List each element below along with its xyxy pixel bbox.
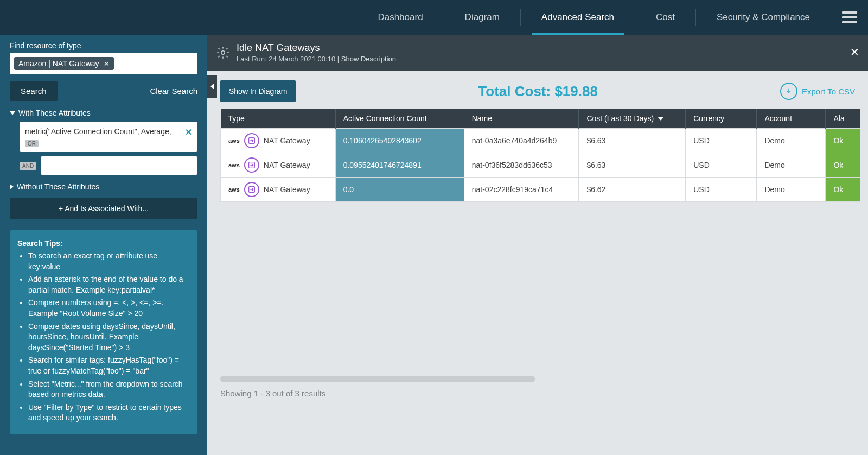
hamburger-menu-icon[interactable]: [842, 11, 857, 23]
nav-tabs: Dashboard Diagram Advanced Search Cost S…: [357, 0, 831, 35]
without-attributes-label: Without These Attributes: [17, 182, 99, 191]
tab-diagram[interactable]: Diagram: [444, 0, 520, 35]
table-row[interactable]: aws NAT Gateway 0.0 nat-02c228fc919ca71c…: [221, 178, 860, 202]
total-cost-label: Total Cost:: [478, 83, 554, 99]
cell-alarm: Ok: [826, 129, 860, 153]
cell-cost: $6.63: [579, 129, 686, 153]
cell-connection-count: 0.0: [335, 178, 464, 202]
col-header-connection-count[interactable]: Active Connection Count: [335, 109, 464, 129]
associated-with-button[interactable]: + And Is Associated With...: [10, 198, 197, 219]
col-header-currency[interactable]: Currency: [686, 109, 757, 129]
cell-type: aws NAT Gateway: [221, 153, 336, 178]
attribute-expression-text: metric("Active Connection Count", Averag…: [25, 127, 192, 136]
cell-cost: $6.63: [579, 153, 686, 178]
results-count: Showing 1 - 3 out of 3 results: [207, 382, 868, 398]
cell-cost: $6.62: [579, 178, 686, 202]
cell-type: aws NAT Gateway: [221, 129, 336, 153]
top-nav: Dashboard Diagram Advanced Search Cost S…: [0, 0, 868, 35]
col-header-alarm[interactable]: Ala: [826, 109, 860, 129]
cell-type-text: NAT Gateway: [264, 185, 310, 194]
clear-search-link[interactable]: Clear Search: [150, 86, 197, 96]
separator: |: [335, 55, 341, 63]
search-tip: Compare numbers using =, <, >, <=, >=. E…: [28, 298, 190, 319]
aws-provider-icon: aws: [228, 137, 240, 144]
search-tip: Select "Metric..." from the dropdown to …: [28, 379, 190, 400]
cell-type-text: NAT Gateway: [264, 161, 310, 169]
search-tips-title: Search Tips:: [17, 239, 190, 248]
cell-connection-count: 0.09552401746724891: [335, 153, 464, 178]
attribute-expression-box[interactable]: metric("Active Connection Count", Averag…: [20, 122, 197, 152]
search-button[interactable]: Search: [10, 81, 58, 101]
or-badge[interactable]: OR: [25, 140, 39, 147]
tab-dashboard[interactable]: Dashboard: [357, 0, 443, 35]
tab-security-compliance[interactable]: Security & Compliance: [696, 0, 831, 35]
export-csv-button[interactable]: Export To CSV: [780, 83, 855, 100]
aws-provider-icon: aws: [228, 186, 240, 193]
action-row: Show In Diagram Total Cost: $19.88 Expor…: [207, 71, 868, 109]
search-sidebar: Find resource of type Amazon | NAT Gatew…: [0, 35, 207, 455]
cell-name: nat-0a3a6e740a4d264b9: [464, 129, 579, 153]
col-header-name[interactable]: Name: [464, 109, 579, 129]
cell-name: nat-0f36f5283dd636c53: [464, 153, 579, 178]
report-icon: [216, 46, 230, 60]
resource-type-input[interactable]: Amazon | NAT Gateway ✕: [10, 53, 197, 74]
results-table-wrap: Type Active Connection Count Name Cost (…: [220, 109, 868, 202]
without-attributes-header[interactable]: Without These Attributes: [10, 182, 197, 191]
report-header: Idle NAT Gateways Last Run: 24 March 202…: [207, 35, 868, 71]
last-run-value: 24 March 2021 00:10: [269, 55, 335, 63]
horizontal-scrollbar[interactable]: [220, 376, 535, 382]
show-in-diagram-button[interactable]: Show In Diagram: [220, 80, 296, 102]
download-icon: [780, 83, 797, 100]
search-tip: Use "Filter by Type" to restrict to cert…: [28, 402, 190, 424]
col-header-account[interactable]: Account: [757, 109, 826, 129]
close-report-icon[interactable]: ✕: [850, 46, 859, 59]
sort-desc-icon: [658, 117, 663, 121]
cell-currency: USD: [686, 178, 757, 202]
search-tip: Add an asterisk to the end of the value …: [28, 274, 190, 295]
search-tips-box: Search Tips: To search an exact tag or a…: [10, 230, 197, 434]
show-description-link[interactable]: Show Description: [341, 55, 396, 63]
caret-right-icon: [10, 184, 14, 189]
total-cost: Total Cost: $19.88: [478, 83, 598, 100]
cell-currency: USD: [686, 153, 757, 178]
caret-down-icon: [10, 111, 15, 115]
last-run-prefix: Last Run:: [237, 55, 269, 63]
export-csv-label: Export To CSV: [802, 87, 855, 96]
resource-type-tag: Amazon | NAT Gateway ✕: [14, 57, 114, 70]
col-header-type[interactable]: Type: [221, 109, 336, 129]
cell-alarm: Ok: [826, 178, 860, 202]
search-tip: Compare dates using daysSince, daysUntil…: [28, 321, 190, 353]
cell-connection-count: 0.10604265402843602: [335, 129, 464, 153]
cell-alarm: Ok: [826, 153, 860, 178]
cell-currency: USD: [686, 129, 757, 153]
tab-advanced-search[interactable]: Advanced Search: [521, 0, 635, 35]
find-resource-label: Find resource of type: [10, 41, 197, 50]
search-tip: To search an exact tag or attribute use …: [28, 251, 190, 272]
nat-gateway-icon: [244, 182, 259, 197]
search-tip: Search for similar tags: fuzzyHasTag("fo…: [28, 355, 190, 376]
svg-point-0: [221, 51, 225, 55]
remove-type-tag-icon[interactable]: ✕: [104, 60, 110, 68]
table-row[interactable]: aws NAT Gateway 0.10604265402843602 nat-…: [221, 129, 860, 153]
tab-cost[interactable]: Cost: [635, 0, 695, 35]
total-cost-value: $19.88: [554, 83, 598, 99]
remove-attribute-icon[interactable]: ✕: [185, 127, 192, 137]
and-badge: AND: [20, 162, 36, 170]
resource-type-tag-text: Amazon | NAT Gateway: [18, 59, 99, 68]
main-panel: Idle NAT Gateways Last Run: 24 March 202…: [207, 35, 868, 455]
nat-gateway-icon: [244, 157, 259, 173]
with-attributes-label: With These Attributes: [18, 109, 91, 117]
with-attributes-header[interactable]: With These Attributes: [10, 109, 197, 117]
cell-account: Demo: [757, 129, 826, 153]
report-subtitle: Last Run: 24 March 2021 00:10 | Show Des…: [237, 55, 396, 63]
chevron-left-icon: [210, 83, 214, 90]
cell-name: nat-02c228fc919ca71c4: [464, 178, 579, 202]
cell-account: Demo: [757, 178, 826, 202]
aws-provider-icon: aws: [228, 162, 240, 168]
collapse-sidebar-handle[interactable]: [207, 75, 217, 98]
col-header-cost[interactable]: Cost (Last 30 Days): [579, 109, 686, 129]
nat-gateway-icon: [244, 133, 259, 148]
and-attribute-input[interactable]: [41, 156, 197, 175]
cell-type: aws NAT Gateway: [221, 178, 336, 202]
table-row[interactable]: aws NAT Gateway 0.09552401746724891 nat-…: [221, 153, 860, 178]
